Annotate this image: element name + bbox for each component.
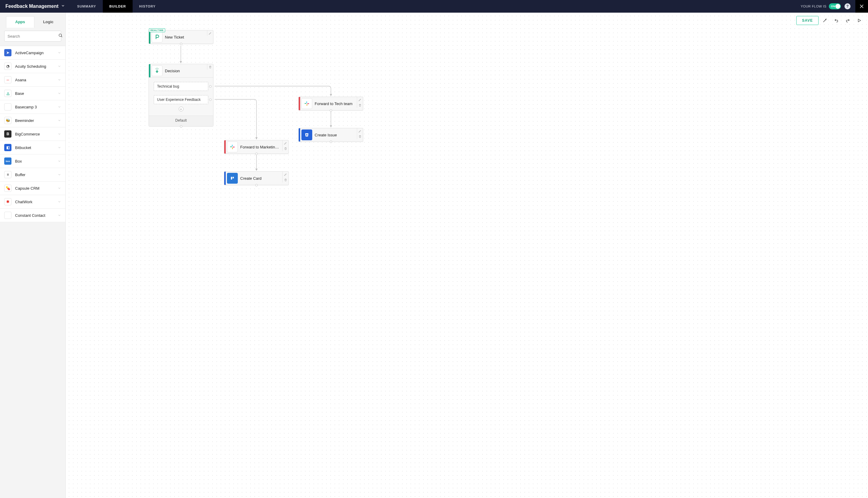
tab-builder[interactable]: BUILDER bbox=[103, 0, 132, 13]
branch-default[interactable]: Default bbox=[149, 116, 213, 126]
run-button[interactable] bbox=[854, 16, 864, 25]
svg-rect-14 bbox=[233, 147, 235, 147]
app-item-chatwork[interactable]: ✱ChatWork bbox=[0, 195, 65, 209]
app-label: Beeminder bbox=[15, 118, 34, 123]
node-title: Create Card bbox=[240, 176, 282, 181]
node-create-card[interactable]: Create Card bbox=[224, 171, 289, 185]
app-label: Capsule CRM bbox=[15, 186, 39, 191]
svg-line-3 bbox=[61, 36, 62, 37]
output-port[interactable] bbox=[180, 43, 182, 45]
output-port[interactable] bbox=[255, 153, 258, 155]
app-label: Box bbox=[15, 159, 22, 163]
chevron-down-icon bbox=[61, 4, 65, 9]
undo-button[interactable] bbox=[831, 16, 842, 25]
node-trigger[interactable]: REALTIME New Ticket bbox=[149, 30, 213, 44]
app-label: Buffer bbox=[15, 172, 25, 177]
app-item-beeminder[interactable]: 🐝Beeminder bbox=[0, 114, 65, 127]
topbar: Feedback Management SUMMARY BUILDER HIST… bbox=[0, 0, 868, 13]
default-output-port[interactable] bbox=[180, 125, 182, 128]
delete-icon[interactable] bbox=[282, 177, 289, 182]
app-label: Basecamp 3 bbox=[15, 105, 37, 109]
svg-rect-10 bbox=[306, 134, 307, 135]
tab-summary[interactable]: SUMMARY bbox=[71, 0, 103, 13]
node-title: Create Issue bbox=[315, 133, 357, 137]
app-item-capsule[interactable]: 💊Capsule CRM bbox=[0, 182, 65, 195]
svg-rect-17 bbox=[233, 177, 234, 178]
edit-icon[interactable] bbox=[357, 97, 363, 102]
app-item-asana[interactable]: •••Asana bbox=[0, 73, 65, 87]
node-forward-marketing[interactable]: Forward to Marketing t... bbox=[224, 140, 289, 154]
chevron-down-icon bbox=[58, 145, 61, 150]
acuity-icon: ◔ bbox=[4, 63, 11, 70]
branch-output-port[interactable] bbox=[209, 99, 212, 101]
app-item-acuity[interactable]: ◔Acuity Scheduling bbox=[0, 60, 65, 73]
flow-title-dropdown[interactable]: Feedback Management bbox=[0, 0, 71, 13]
app-item-base[interactable]: △Base bbox=[0, 87, 65, 100]
app-item-bigcommerce[interactable]: BBigCommerce bbox=[0, 127, 65, 141]
sidebar-tab-apps[interactable]: Apps bbox=[6, 16, 34, 28]
svg-rect-13 bbox=[232, 147, 233, 149]
redo-button[interactable] bbox=[843, 16, 853, 25]
node-title: New Ticket bbox=[165, 35, 207, 39]
branch-ux-feedback[interactable]: User Experience Feedback bbox=[154, 95, 208, 104]
svg-rect-16 bbox=[231, 177, 232, 180]
node-forward-tech[interactable]: Forward to Tech team bbox=[298, 97, 363, 110]
delete-icon[interactable] bbox=[357, 134, 363, 139]
flow-toggle[interactable]: ON bbox=[829, 3, 841, 9]
buffer-icon: ≡ bbox=[4, 171, 11, 178]
app-list[interactable]: ➤ActiveCampaign◔Acuity Scheduling•••Asan… bbox=[0, 46, 65, 498]
sidebar-tab-logic[interactable]: Logic bbox=[34, 16, 63, 28]
output-port[interactable] bbox=[330, 109, 332, 112]
edit-icon[interactable] bbox=[282, 172, 289, 177]
activecampaign-icon: ➤ bbox=[4, 49, 11, 56]
branch-output-port[interactable] bbox=[209, 85, 212, 88]
delete-icon[interactable] bbox=[207, 64, 213, 69]
app-item-activecampaign[interactable]: ➤ActiveCampaign bbox=[0, 46, 65, 60]
node-decision[interactable]: Decision Technical bug User Experience F… bbox=[149, 64, 213, 127]
flow-status-label: YOUR FLOW IS bbox=[801, 4, 826, 8]
toggle-knob bbox=[835, 4, 840, 9]
search-icon bbox=[58, 33, 63, 39]
close-button[interactable] bbox=[855, 0, 868, 13]
svg-rect-6 bbox=[307, 102, 307, 103]
app-label: ChatWork bbox=[15, 200, 33, 204]
app-item-constant[interactable]: ✉Constant Contact bbox=[0, 209, 65, 222]
app-label: Asana bbox=[15, 78, 26, 82]
chevron-down-icon bbox=[58, 159, 61, 164]
app-item-box[interactable]: boxBox bbox=[0, 155, 65, 168]
node-title: Forward to Tech team bbox=[315, 102, 357, 106]
sidebar-tabs: Apps Logic bbox=[0, 13, 65, 28]
chevron-down-icon bbox=[58, 50, 61, 55]
search-field[interactable] bbox=[4, 31, 61, 41]
help-button[interactable]: ? bbox=[844, 3, 851, 9]
node-create-issue[interactable]: Create Issue bbox=[298, 128, 363, 142]
magic-wand-button[interactable] bbox=[820, 16, 830, 25]
svg-point-2 bbox=[59, 34, 62, 37]
app-label: Base bbox=[15, 91, 24, 96]
beeminder-icon: 🐝 bbox=[4, 117, 11, 124]
search-input[interactable] bbox=[8, 34, 58, 39]
app-label: ActiveCampaign bbox=[15, 51, 44, 55]
tab-history[interactable]: HISTORY bbox=[132, 0, 162, 13]
chevron-down-icon bbox=[58, 104, 61, 109]
edit-icon[interactable] bbox=[357, 128, 363, 134]
output-port[interactable] bbox=[330, 141, 332, 143]
edit-icon[interactable] bbox=[282, 140, 289, 146]
save-button[interactable]: SAVE bbox=[796, 16, 819, 25]
svg-rect-11 bbox=[232, 145, 233, 147]
add-branch-button[interactable]: ＋ bbox=[179, 107, 183, 112]
constant-icon: ✉ bbox=[4, 212, 11, 219]
canvas-toolbar: SAVE bbox=[796, 16, 864, 25]
app-label: BigCommerce bbox=[15, 132, 40, 136]
edit-icon[interactable] bbox=[207, 30, 213, 36]
basecamp-icon: ⛰ bbox=[4, 103, 11, 110]
delete-icon[interactable] bbox=[357, 102, 363, 108]
app-item-bitbucket[interactable]: ◧Bitbucket bbox=[0, 141, 65, 155]
output-port[interactable] bbox=[255, 184, 258, 186]
canvas[interactable]: SAVE bbox=[66, 13, 868, 498]
branch-technical-bug[interactable]: Technical bug bbox=[154, 82, 208, 91]
app-item-buffer[interactable]: ≡Buffer bbox=[0, 168, 65, 182]
bitbucket-icon: ◧ bbox=[4, 144, 11, 151]
app-item-basecamp[interactable]: ⛰Basecamp 3 bbox=[0, 100, 65, 114]
delete-icon[interactable] bbox=[282, 146, 289, 151]
